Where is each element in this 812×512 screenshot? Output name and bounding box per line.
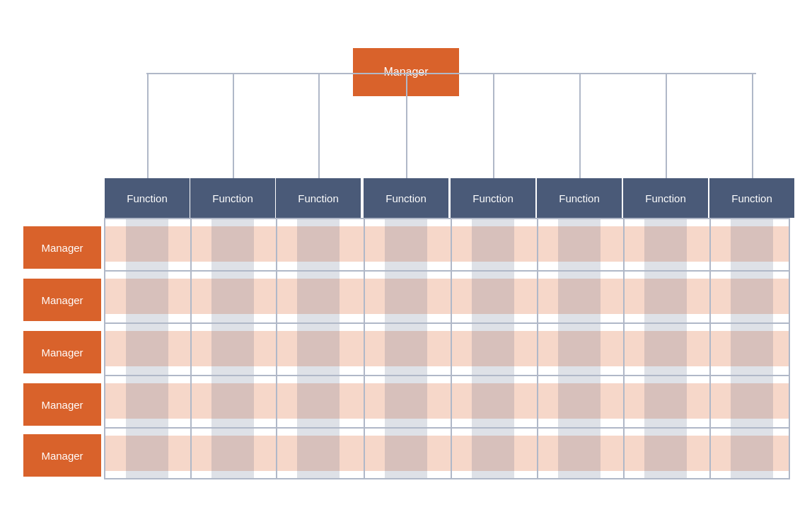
v-grid-line-0 [190,218,192,479]
vline-5 [579,73,581,180]
vline-4 [493,73,494,180]
diagram-container: Manager Function Function Function Funct… [0,0,812,512]
function-box-3: Function [364,178,448,218]
function-box-4: Function [451,178,535,218]
manager-box-3: Manager [23,383,101,426]
h-grid-line-3 [104,427,790,429]
manager-box-0: Manager [23,226,101,269]
function-box-6: Function [623,178,708,218]
manager-box-4: Manager [23,434,101,477]
vline-0 [147,73,149,180]
function-box-5: Function [537,178,622,218]
v-grid-line-1 [276,218,277,479]
v-grid-line-2 [364,218,365,479]
manager-box-2: Manager [23,331,101,373]
grid-border [104,218,790,479]
h-grid-line-1 [104,322,790,324]
v-grid-line-5 [623,218,625,479]
function-box-0: Function [105,178,190,218]
function-box-7: Function [709,178,794,218]
v-grid-line-4 [537,218,538,479]
top-horizontal-line [146,73,756,74]
vline-6 [666,73,667,180]
h-grid-line-2 [104,375,790,376]
function-box-1: Function [190,178,275,218]
v-grid-line-3 [451,218,452,479]
vline-3 [406,73,407,180]
vline-2 [318,73,320,180]
vline-7 [752,73,753,180]
function-box-2: Function [276,178,361,218]
v-grid-line-6 [709,218,711,479]
manager-box-1: Manager [23,279,101,321]
vline-1 [233,73,234,180]
h-grid-line-0 [104,270,790,272]
